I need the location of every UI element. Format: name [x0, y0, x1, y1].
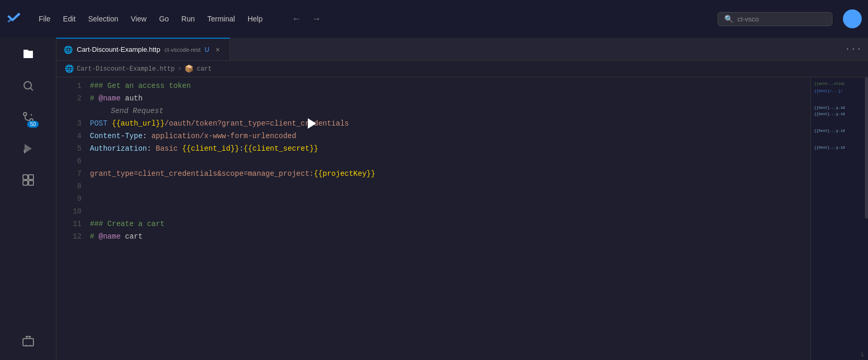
code-line-6 [86, 155, 811, 167]
code-token: Content-Type [90, 130, 143, 142]
code-line-4: Content-Type: application/x-www-form-url… [86, 130, 811, 142]
code-token: {{ [182, 142, 191, 155]
code-token: Basic [156, 142, 182, 155]
activity-source-control[interactable]: 50 [16, 105, 41, 130]
send-request-link[interactable]: Send Request [111, 105, 164, 117]
code-editor[interactable]: 1 2 3 4 5 6 7 8 9 10 11 12 [56, 77, 811, 360]
svg-rect-9 [23, 175, 28, 179]
code-line-12: # @name cart [86, 230, 811, 243]
search-icon: 🔍 [724, 15, 733, 24]
breadcrumb-file[interactable]: Cart-Discount-Example.http [77, 65, 175, 73]
breadcrumb-file-icon: 🌐 [65, 64, 74, 73]
extensions-icon [22, 174, 34, 186]
menu-help[interactable]: Help [242, 13, 268, 25]
code-token: auth_url [121, 117, 156, 130]
line-numbers: 1 2 3 4 5 6 7 8 9 10 11 12 [56, 77, 86, 360]
code-line-send[interactable]: Send Request [86, 105, 811, 117]
breadcrumb-section[interactable]: cart [196, 65, 212, 73]
menu-file[interactable]: File [33, 13, 56, 25]
svg-rect-12 [29, 181, 33, 185]
nav-buttons: ← → [288, 11, 324, 27]
code-token: # [90, 230, 99, 243]
tab-close-button[interactable]: × [213, 44, 222, 55]
activity-run[interactable] [16, 136, 41, 161]
search-icon [22, 80, 34, 92]
minimap-spacer [811, 117, 868, 128]
minimap-line: {{host}...y.id [811, 105, 868, 111]
menu-edit[interactable]: Edit [58, 13, 81, 25]
tab-subtitle: ct-vscode-rest [165, 47, 201, 53]
activity-explorer[interactable] [16, 42, 41, 67]
code-line-7: grant_type=client_credentials&scope=mana… [86, 167, 811, 180]
code-line-11: ### Create a cart [86, 218, 811, 230]
minimap-line: {{auth...ntial [811, 80, 868, 88]
svg-rect-13 [23, 339, 33, 346]
menu-terminal[interactable]: Terminal [202, 13, 240, 25]
minimap-line: {{host}...y.id [811, 144, 868, 151]
editor-content: 1 2 3 4 5 6 7 8 9 10 11 12 [56, 77, 868, 360]
code-token: projectKey [322, 167, 366, 180]
svg-point-2 [24, 82, 31, 89]
nav-back-button[interactable]: ← [288, 11, 304, 27]
svg-marker-6 [25, 144, 32, 153]
code-token: {{ [112, 117, 121, 130]
code-token: : [147, 142, 156, 155]
minimap-line: {{host}...y.id [811, 128, 868, 134]
code-content: ### Get an access token # @name auth Sen… [86, 77, 811, 360]
tab-unsaved-indicator: U [205, 46, 210, 53]
code-line-5: Authorization: Basic {{client_id}}:{{cli… [86, 142, 811, 155]
code-token: # [90, 92, 99, 105]
tab-file-icon: 🌐 [64, 46, 73, 54]
search-bar[interactable]: 🔍 ct-vsco [717, 12, 832, 26]
code-token: }} [366, 167, 375, 180]
menu-bar: File Edit Selection View Go Run Terminal… [33, 13, 268, 25]
run-icon [22, 142, 34, 155]
svg-point-8 [24, 150, 26, 152]
editor-tab[interactable]: 🌐 Cart-Discount-Example.http ct-vscode-r… [56, 38, 230, 60]
activity-extensions[interactable] [16, 167, 41, 193]
svg-rect-1 [25, 54, 30, 55]
code-token: POST [90, 117, 112, 130]
code-token: ### Create a cart [90, 218, 165, 230]
code-token: : [143, 130, 152, 142]
code-token: ### Get an access token [90, 80, 191, 92]
code-token: @name [99, 230, 121, 243]
tab-bar: 🌐 Cart-Discount-Example.http ct-vscode-r… [56, 38, 868, 61]
menu-view[interactable]: View [125, 13, 152, 25]
code-line-8 [86, 180, 811, 193]
svg-rect-0 [25, 52, 32, 53]
code-token: /oauth/token?grant_type=client_credentia… [165, 117, 349, 130]
files-icon [22, 48, 34, 61]
menu-run[interactable]: Run [176, 13, 200, 25]
user-avatar[interactable] [843, 9, 862, 28]
main-layout: 50 [0, 38, 868, 360]
activity-remote[interactable] [16, 329, 41, 354]
svg-point-4 [24, 113, 27, 116]
menu-go[interactable]: Go [154, 13, 174, 25]
menu-selection[interactable]: Selection [83, 13, 124, 25]
code-line-1: ### Get an access token [86, 80, 811, 92]
code-token: application/x-www-form-urlencoded [152, 130, 296, 142]
svg-rect-11 [23, 181, 28, 185]
code-token: }} [156, 117, 165, 130]
vscode-logo [6, 10, 23, 27]
code-token: {{ [244, 142, 252, 155]
source-control-badge: 50 [27, 121, 38, 128]
nav-forward-button[interactable]: → [308, 11, 324, 27]
remote-icon [22, 335, 34, 347]
activity-search[interactable] [16, 73, 41, 98]
breadcrumb-section-icon: 📦 [184, 64, 193, 73]
code-token: client_id [191, 142, 230, 155]
minimap: {{auth...ntial {{host}/...}/ {{host}...y… [811, 77, 868, 360]
search-text: ct-vsco [737, 15, 759, 23]
code-token: {{ [314, 167, 322, 180]
minimap-line: {{host}/...}/ [811, 88, 868, 94]
minimap-spacer [811, 94, 868, 105]
code-line-3: POST {{auth_url}}/oauth/token?grant_type… [86, 117, 811, 130]
tab-filename: Cart-Discount-Example.http [77, 46, 160, 53]
code-token: cart [121, 230, 143, 243]
tab-more-button[interactable]: ··· [839, 38, 868, 60]
minimap-scrollbar[interactable] [865, 77, 868, 219]
minimap-spacer [811, 134, 868, 144]
code-token: }} [230, 142, 239, 155]
